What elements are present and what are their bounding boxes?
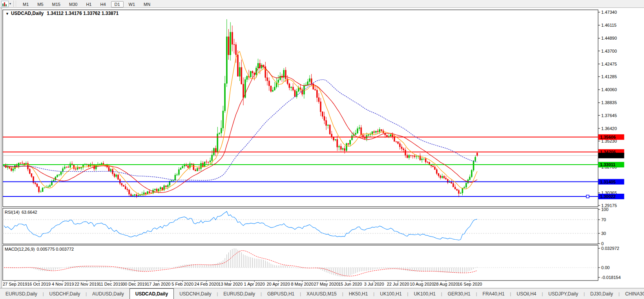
macd-axis-label: 0.032972 [601,246,619,251]
chart-canvas[interactable]: 1.473401.461151.448901.437001.424751.412… [0,0,644,288]
date-tick-label: 11 Dec 2019 [99,282,123,286]
date-tick-label: 22 Jul 2020 [387,282,409,286]
tab-xauusd-m15[interactable]: XAUUSD,M15 [301,288,342,299]
tab-eurusd-daily[interactable]: EURUSD,Daily [218,288,261,299]
date-tick-label: 4 Nov 2019 [52,282,74,286]
date-tick-label: 1 Apr 2020 [244,282,265,286]
tab-usdjpy-daily[interactable]: USDJPY,Daily [543,288,584,299]
tab-hk50-h1[interactable]: HK50,H1 [343,288,374,299]
rsi-pane [3,208,598,244]
price-tick-label: 1.43700 [601,49,617,53]
price-tick-label: 1.40060 [601,87,617,92]
svg-text:1.33871: 1.33871 [600,153,616,158]
main-price-pane [3,10,598,207]
timeframe-m5[interactable]: M5 [34,1,47,7]
svg-text:1.31405: 1.31405 [600,180,616,184]
macd-axis-label: -0.018154 [601,275,621,280]
price-badge-1.31405: 1.31405 [598,179,624,185]
timeframe-buttons: M1M5M15M30H1H4D1W1MN [18,0,155,7]
price-badge-1.33871: 1.33871 [598,153,624,158]
tab-usdcad-daily[interactable]: USDCAD,Daily [130,288,174,299]
timeframe-m15[interactable]: M15 [49,1,64,7]
hline-drag-handle[interactable] [586,195,589,198]
macd-pane [3,245,598,281]
macd-axis-label: 0.00 [601,265,609,270]
date-tick-label: 8 May 2020 [291,282,313,286]
timeframe-h1[interactable]: H1 [82,1,95,7]
tab-usoil-h4[interactable]: USOil,H4 [511,288,542,299]
price-tick-label: 1.44890 [601,36,617,40]
date-tick-label: 17 Jan 2020 [147,282,171,286]
timeframe-mn[interactable]: MN [140,1,154,7]
top-toolbar: ▾ M1M5M15M30H1H4D1W1MN [0,0,644,8]
tab-uk100-h1[interactable]: UK100,H1 [408,288,441,299]
tab-eurusd-daily[interactable]: EURUSD,Daily [0,288,43,299]
date-tick-label: 28 Aug 2020 [434,282,458,286]
timeframe-w1[interactable]: W1 [125,1,139,7]
toolbar-grip[interactable] [13,1,16,7]
tab-audusd-daily[interactable]: AUDUSD,Daily [87,288,130,299]
tab-gbpusd-h1[interactable]: GBPUSD,H1 [262,288,300,299]
rsi-level-label: 100 [601,207,608,212]
timeframe-d1[interactable]: D1 [111,1,124,7]
rsi-level-label: 70 [601,217,606,222]
price-badge-1.30022: 1.30022 [598,194,624,199]
price-badge-1.35606: 1.35606 [598,134,624,140]
date-tick-label: 22 Nov 2019 [75,282,99,286]
tab-usdchf-daily[interactable]: USDCHF,Daily [44,288,86,299]
tab-china300-h1[interactable]: CHINA300,H1 [620,288,644,299]
price-tick-label: 1.47340 [601,10,617,15]
price-badge-1.33011: 1.33011 [598,162,624,167]
date-tick-label: 24 Feb 2020 [194,282,219,286]
date-tick-label: 20 Apr 2020 [267,282,290,286]
chart-dropdown-caret[interactable]: ▾ [9,2,11,6]
date-tick-label: 16 Oct 2019 [27,282,51,286]
price-tick-label: 1.36420 [601,126,617,131]
date-tick-label: 5 Feb 2020 [171,282,193,286]
svg-text:1.33011: 1.33011 [600,162,615,167]
svg-text:1.35606: 1.35606 [600,135,616,139]
price-tick-label: 1.38835 [601,100,617,105]
date-tick-label: 27 May 2020 [314,282,339,286]
date-tick-label: 13 Mar 2020 [218,282,243,286]
svg-text:1.30022: 1.30022 [600,194,616,199]
timeframe-m1[interactable]: M1 [19,1,32,7]
chart-tab-bar: EURUSD,Daily|USDCHF,Daily|AUDUSD,DailyUS… [0,288,644,299]
chart-type-icon[interactable] [1,1,9,7]
price-axis: 1.473401.461151.448901.437001.424751.412… [598,10,617,208]
date-tick-label: 15 Jun 2020 [338,282,362,286]
timeframe-h4[interactable]: H4 [97,1,109,7]
tab-ger30-h1[interactable]: GER30,H1 [442,288,476,299]
tab-usdcnh-daily[interactable]: USDCNH,Daily [174,288,217,299]
date-tick-label: 10 Aug 2020 [410,282,434,286]
date-tick-label: 16 Sep 2020 [458,282,482,286]
price-tick-label: 1.46115 [601,23,617,28]
timeframe-m30[interactable]: M30 [66,1,81,7]
date-tick-label: 27 Sep 2019 [3,282,27,286]
rsi-level-label: 30 [601,231,606,236]
rsi-level-label: 0 [601,241,604,246]
price-tick-label: 1.41285 [601,74,617,79]
tab-uk100-h1[interactable]: UK100,H1 [374,288,407,299]
date-axis: 27 Sep 201916 Oct 20194 Nov 201922 Nov 2… [3,281,482,286]
tab-fra40-h1[interactable]: FRA40,H1 [477,288,510,299]
date-tick-label: 30 Dec 2019 [122,282,147,286]
tab-dj30-daily[interactable]: DJ30,Daily [585,288,618,299]
date-tick-label: 3 Jul 2020 [364,282,384,286]
price-tick-label: 1.42475 [601,62,617,66]
price-tick-label: 1.37645 [601,113,617,118]
